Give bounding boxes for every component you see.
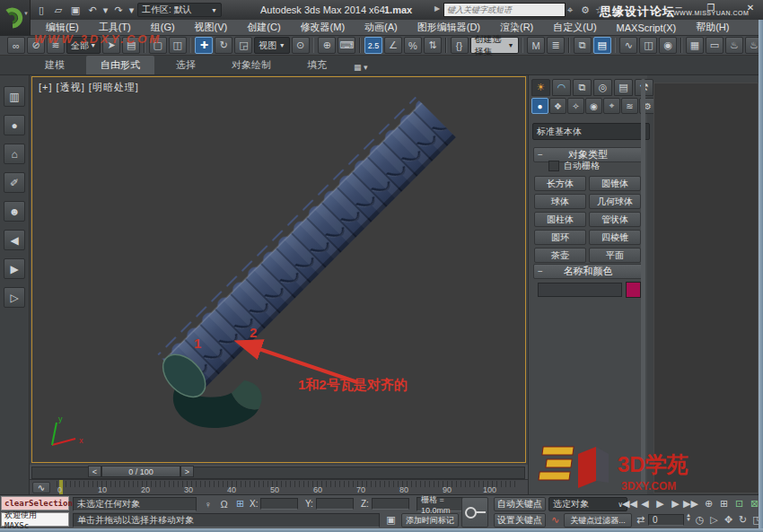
set-key-button[interactable]: 设置关键点: [494, 513, 546, 528]
button-box[interactable]: 长方体: [534, 176, 586, 191]
frame-spinner[interactable]: ▲▼: [686, 513, 691, 522]
edit-named-selection-sets-icon[interactable]: {}: [451, 37, 469, 54]
auto-key-button[interactable]: 自动关键点: [494, 497, 546, 511]
button-cylinder[interactable]: 圆柱体: [534, 212, 586, 227]
tab-selection[interactable]: 选择: [162, 56, 210, 74]
maximize-button[interactable]: ❒: [702, 1, 720, 13]
play-gear-icon[interactable]: ▶: [4, 258, 25, 279]
roof-tile-row[interactable]: [149, 97, 458, 406]
character-tool-icon[interactable]: ☻: [4, 201, 25, 222]
pan-hand-icon[interactable]: ✥: [722, 513, 735, 527]
previous-frame-icon[interactable]: ◀: [638, 497, 652, 510]
previous-frame-button[interactable]: <: [88, 466, 101, 477]
time-slider-handle[interactable]: 0 / 100: [101, 466, 180, 477]
reference-coordinate-dropdown[interactable]: 视图▼: [254, 37, 289, 54]
tab-object-paint[interactable]: 对象绘制: [217, 56, 285, 74]
set-keys-button[interactable]: [461, 497, 488, 528]
menu-edit[interactable]: 编辑(E): [36, 21, 89, 34]
selection-lock-icon[interactable]: Ω: [217, 497, 231, 510]
button-teapot[interactable]: 茶壶: [534, 248, 586, 263]
rendered-frame-window-icon[interactable]: ▭: [706, 37, 724, 54]
viewport-menu-view[interactable]: [透视]: [57, 82, 85, 92]
time-configuration-icon[interactable]: ◷: [693, 513, 706, 527]
spinner-snap-icon[interactable]: ⇅: [424, 37, 442, 54]
step-back-gear-icon[interactable]: ◀: [4, 230, 25, 250]
category-helpers-icon[interactable]: ⌖: [603, 98, 620, 114]
collapse-icon[interactable]: −: [538, 266, 543, 276]
render-production-icon[interactable]: ♨: [725, 37, 743, 54]
absolute-mode-icon[interactable]: ⊞: [233, 497, 247, 510]
zoom-icon[interactable]: ⊕: [702, 497, 715, 510]
button-plane[interactable]: 平面: [589, 248, 641, 263]
go-to-end-icon[interactable]: ▶▶: [684, 497, 697, 510]
schematic-view-icon[interactable]: ◫: [639, 37, 657, 54]
category-geometry-icon[interactable]: ●: [531, 98, 548, 114]
bind-to-space-warp-icon[interactable]: ≋: [47, 37, 65, 54]
tab-motion-icon[interactable]: ◎: [593, 79, 612, 96]
rollout-name-color[interactable]: − 名称和颜色: [533, 264, 643, 279]
select-by-name-icon[interactable]: ▤: [122, 37, 140, 54]
x-coordinate-field[interactable]: [260, 498, 298, 510]
select-and-rotate-icon[interactable]: ↻: [215, 37, 232, 54]
search-expand-icon[interactable]: ▶: [434, 4, 440, 13]
search-input[interactable]: [443, 3, 566, 17]
object-name-field[interactable]: [538, 283, 622, 297]
zoom-all-icon[interactable]: ⊞: [717, 497, 731, 510]
viewport-menu-plus[interactable]: [+]: [39, 82, 53, 92]
perspective-viewport[interactable]: [+] [透视] [明暗处理]: [31, 76, 526, 463]
cloth-tool-icon[interactable]: ⌂: [4, 144, 25, 164]
next-frame-icon[interactable]: ▶: [669, 497, 682, 510]
command-panel-scrollbar[interactable]: [641, 79, 645, 487]
percent-snap-icon[interactable]: %: [404, 37, 422, 54]
select-and-manipulate-icon[interactable]: ⊕: [318, 37, 336, 54]
button-torus[interactable]: 圆环: [534, 230, 586, 245]
select-and-move-icon[interactable]: ✚: [195, 37, 213, 54]
default-in-out-tangents-icon[interactable]: ∿: [548, 513, 562, 527]
z-coordinate-field[interactable]: [372, 498, 409, 510]
angle-snap-icon[interactable]: ∠: [384, 37, 402, 54]
category-spacewarps-icon[interactable]: ≋: [621, 98, 638, 114]
snap-toggle-2-5-icon[interactable]: 2.5: [364, 37, 382, 54]
tab-display-icon[interactable]: ▤: [614, 79, 633, 96]
field-of-view-icon[interactable]: ▷: [707, 513, 721, 527]
menu-help[interactable]: 帮助(H): [686, 21, 739, 34]
selection-filter-dropdown[interactable]: 全部▼: [66, 37, 101, 54]
add-time-tag-button[interactable]: 添加时间标记: [401, 513, 459, 528]
new-file-icon[interactable]: ▯: [34, 3, 48, 17]
y-coordinate-field[interactable]: [316, 498, 354, 510]
redo-icon[interactable]: ↷: [111, 3, 126, 17]
tab-modeling[interactable]: 建模: [31, 56, 79, 74]
tab-populate[interactable]: 填充: [293, 56, 341, 74]
isolate-selection-icon[interactable]: ♀: [201, 497, 215, 510]
key-filters-button[interactable]: 关键点过滤器...: [564, 513, 632, 528]
menu-tools[interactable]: 工具(T): [89, 21, 141, 34]
sphere-tool-icon[interactable]: ●: [4, 115, 25, 135]
close-button[interactable]: ✕: [741, 1, 759, 13]
select-and-link-icon[interactable]: ∞: [7, 37, 25, 54]
object-color-swatch[interactable]: [626, 282, 641, 298]
open-file-icon[interactable]: ▱: [51, 3, 66, 17]
category-lights-icon[interactable]: ✧: [567, 98, 584, 114]
communicate-icon[interactable]: ▣: [384, 513, 398, 527]
mini-curve-editor-button[interactable]: ∿: [32, 482, 50, 493]
key-mode-toggle-icon[interactable]: ⇄: [634, 513, 647, 527]
category-shapes-icon[interactable]: ❖: [549, 98, 566, 114]
redo-dropdown-icon[interactable]: ▾: [128, 3, 135, 17]
max-logo[interactable]: ▼: [0, 0, 31, 36]
window-crossing-icon[interactable]: ◫: [169, 37, 187, 54]
menu-group[interactable]: 组(G): [141, 21, 185, 34]
viewport-layout-icon[interactable]: ▥: [4, 86, 25, 107]
track-bar[interactable]: ∿ 0 10 20 30 40 50 60 70 80 90 100: [30, 479, 528, 495]
object-type-dropdown[interactable]: 标准基本体 ∨: [532, 123, 650, 140]
material-editor-icon[interactable]: ◉: [659, 37, 677, 54]
paint-brush-icon[interactable]: ✐: [4, 172, 25, 193]
zoom-extents-icon[interactable]: ⊡: [732, 497, 746, 510]
collapse-icon[interactable]: −: [538, 150, 543, 160]
graphite-ribbon-toggle-icon[interactable]: ▤: [593, 37, 611, 54]
current-frame-field[interactable]: [648, 514, 684, 526]
go-to-start-icon[interactable]: ◀◀: [623, 497, 636, 510]
category-cameras-icon[interactable]: ◉: [585, 98, 602, 114]
button-cone[interactable]: 圆锥体: [589, 176, 641, 191]
select-and-scale-icon[interactable]: ◲: [234, 37, 252, 54]
keyboard-shortcut-override-icon[interactable]: ⌨: [338, 37, 355, 54]
